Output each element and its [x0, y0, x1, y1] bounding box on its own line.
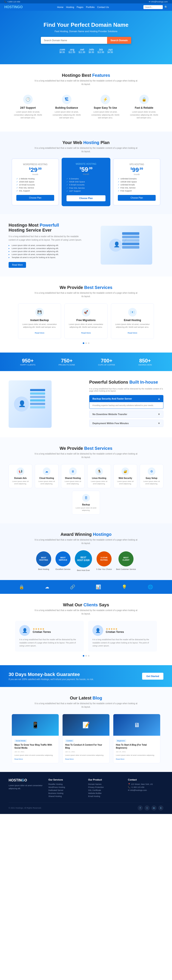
hero-subtitle: Fast Hosting, Domain Name and Hosting Pr…: [4, 30, 168, 33]
footer-col-contact: Contact 📍 123 Street, New York, US 📞 +1 …: [128, 778, 163, 798]
award-best-client: BESTCLIENT Best Customer Service: [116, 551, 136, 570]
social-twitter-icon[interactable]: t: [145, 805, 150, 811]
icon-bar-link: 🔗: [70, 584, 75, 590]
solution-dropdown-3-header[interactable]: Deployment Within Few Minutes ▼: [90, 420, 163, 427]
clients-dots: [9, 655, 163, 657]
service2-domain-ads-title: Domain Ads: [11, 477, 30, 479]
stat-projects-num: 750+: [58, 358, 75, 364]
solution-dropdown-2[interactable]: No Downtime Website Transfer ▼: [89, 410, 163, 418]
dot-2[interactable]: [85, 342, 87, 344]
domain-search-input[interactable]: [41, 37, 107, 44]
client-header-2: 👤 ★★★★★ Cristian Torres: [92, 625, 153, 636]
dot-1[interactable]: [83, 342, 84, 344]
service2-cloud-desc: Lorem ipsum dolor sit amet adipiscing.: [37, 480, 56, 485]
plan-wordpress-period: /month: [16, 173, 54, 175]
footer-link-reseller[interactable]: Reseller Hosting: [48, 783, 84, 785]
footer-link-builder[interactable]: Website Builder: [88, 792, 124, 794]
blog-link-3[interactable]: Read More: [116, 758, 125, 760]
blog-title-1: Ways To Grow Your Blog Traffic With Soci…: [14, 743, 56, 749]
clients-dot-1[interactable]: [83, 655, 84, 657]
social-facebook-icon[interactable]: f: [137, 805, 143, 811]
nav-portfolio[interactable]: Portfolio: [86, 6, 95, 8]
award-5star-label: 5 Star You Choice: [96, 568, 112, 570]
plan-wordpress-btn[interactable]: Choose Plan: [16, 195, 54, 201]
plan-website-btn[interactable]: Choose Plan: [66, 195, 105, 201]
svg-rect-11: [30, 393, 45, 395]
guarantee-btn[interactable]: Get Started: [142, 673, 163, 679]
nav-contact[interactable]: Contact Us: [97, 6, 109, 8]
footer: HOSTINGO Lorem ipsum dolor sit amet cons…: [0, 772, 172, 814]
stat-coffee-num: 700+: [98, 358, 115, 364]
social-linkedin-icon[interactable]: li: [158, 805, 163, 811]
blog-grid: 📱 Social Media Ways To Grow Your Blog Tr…: [9, 714, 163, 763]
plans-grid: WORDPRESS HOSTING $29.99 /month 1 Websit…: [6, 159, 166, 205]
footer-col-products: Our Product Domain Names Privacy Protect…: [88, 778, 124, 798]
service2-linux: 🐧 Linux Hosting Lorem ipsum dolor sit am…: [87, 464, 111, 488]
solution-dropdown-1[interactable]: Backup Security And Faster Server ▲ Prov…: [89, 395, 163, 409]
dot-3[interactable]: [88, 342, 90, 344]
solution-dropdown-3[interactable]: Deployment Within Few Minutes ▼: [89, 420, 163, 427]
plan-feature: 5 Domains: [66, 177, 105, 180]
nav-hosting[interactable]: Hosting: [66, 6, 74, 8]
nav-search-input[interactable]: [144, 5, 163, 9]
shared-icon: 🖥: [69, 468, 77, 475]
clients-dot-2[interactable]: [85, 655, 87, 657]
footer-link-dedicated[interactable]: Dedicated Server: [48, 789, 84, 791]
plan-feature: Unlimited Emails: [118, 184, 156, 186]
blog-link-1[interactable]: Read More: [14, 758, 23, 760]
chevron-down-icon: ▼: [158, 422, 160, 425]
stat-projects-label: PROJECTS DONE: [58, 364, 75, 366]
plan-website-features: 5 Domains 50GB Disk Space 5 Email Accoun…: [66, 177, 105, 192]
icon-bar-globe: 🌐: [148, 584, 153, 590]
service-migration-link[interactable]: Read More: [81, 332, 91, 334]
plan-feature: 24/7 Support: [66, 190, 105, 192]
social-instagram-icon[interactable]: in: [151, 805, 156, 811]
guarantee-text: 30 Days Money-back Guarantee If you are …: [9, 672, 94, 681]
solutions-image: 👤: [9, 380, 83, 428]
footer-link-domain[interactable]: Domain Names: [88, 783, 124, 785]
nav-home[interactable]: Home: [57, 6, 63, 8]
tld-biz: .biz$13.99: [98, 48, 104, 54]
blog-meta-1: Jan 10, 2021: [14, 751, 56, 753]
feature-building-title: Building Guidance: [52, 106, 82, 109]
client-text-2: It is a long established fact that the r…: [92, 638, 153, 647]
footer-link-privacy[interactable]: Privacy Protection: [88, 786, 124, 788]
blog-tag-1: Social Media: [14, 739, 27, 742]
domain-search-button[interactable]: Search Domain: [107, 37, 131, 44]
footer-link-wordpress[interactable]: WordPress Hosting: [48, 786, 84, 788]
solution-dropdown-2-header[interactable]: No Downtime Website Transfer ▼: [90, 411, 163, 418]
nav-logo[interactable]: HOSTINGO: [4, 5, 22, 9]
list-item: Lorem ipsum dolor sit amet, consectetur …: [9, 244, 83, 247]
footer-link-email-hosting[interactable]: Email Hosting: [88, 795, 124, 797]
service2-domain-ads-desc: Lorem ipsum dolor sit amet adipiscing.: [11, 480, 30, 485]
icon-bar-lock: 🔒: [19, 584, 24, 590]
topbar-phone: 📞 +1800 123 456: [4, 1, 20, 3]
powerful-subtitle: It is a long established fact that a rea…: [9, 235, 83, 242]
services2-section: We Provide Best Services It is a long es…: [0, 437, 172, 523]
solution-dropdown-1-header[interactable]: Backup Security And Faster Server ▲: [90, 395, 163, 402]
plan-vps-btn[interactable]: Choose Plan: [118, 195, 156, 201]
clients-subtitle: It is a long established fact that a rea…: [35, 609, 137, 616]
blog-meta-3: Jan 15, 2021: [116, 751, 158, 753]
security-icon: 🔐: [122, 468, 129, 475]
svg-text:👤: 👤: [18, 400, 26, 407]
footer-tagline: Lorem ipsum dolor sit amet consectetur a…: [9, 784, 44, 790]
plan-website: WEBSITE HOSTING $59.99 /month 5 Domains …: [62, 158, 110, 206]
nav-pages[interactable]: Pages: [77, 6, 84, 8]
plan-feature: Free SSL Service: [66, 187, 105, 189]
footer-link-shared[interactable]: Shared Hosting: [48, 795, 84, 797]
awards-section: Award Winning Hostingo It is a long esta…: [0, 523, 172, 580]
solution-dropdown-3-label: Deployment Within Few Minutes: [92, 422, 129, 425]
plan-wordpress: WORDPRESS HOSTING $29.99 /month 1 Websit…: [12, 159, 59, 205]
service-migration: 🚀 Free Migrations Lorem ipsum dolor sit …: [65, 303, 107, 339]
solutions-content: Powerful Solutions Built In-house It is …: [89, 380, 163, 429]
clients-dot-3[interactable]: [88, 655, 90, 657]
plan-vps-period: /month: [118, 173, 156, 175]
powerful-read-more-btn[interactable]: Read More: [9, 262, 26, 268]
award-best-hosting: BESTHOSTING Best Hosting: [36, 551, 51, 570]
service-email-link[interactable]: Read More: [128, 332, 137, 334]
service-backup-link[interactable]: Read More: [35, 332, 44, 334]
blog-link-2[interactable]: Read More: [65, 758, 74, 760]
footer-link-business[interactable]: Business Hosting: [48, 792, 84, 794]
footer-link-ssl[interactable]: SSL Certificate: [88, 789, 124, 791]
